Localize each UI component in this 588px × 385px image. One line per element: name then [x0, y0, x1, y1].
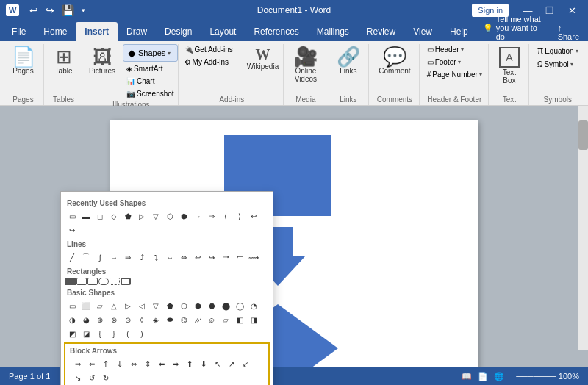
equation-button[interactable]: π Equation ▾ [534, 44, 582, 57]
online-videos-button[interactable]: 🎥 OnlineVideos [290, 44, 322, 86]
shape-item[interactable]: ↻ [99, 371, 112, 384]
shape-item[interactable]: ⬢ [191, 299, 204, 312]
shape-item[interactable]: ➡ [169, 357, 182, 370]
tab-view[interactable]: View [404, 22, 441, 41]
tab-insert[interactable]: Insert [76, 22, 118, 41]
shape-item[interactable]: ⬜ [79, 299, 93, 312]
shape-item[interactable]: ↔ [163, 251, 176, 264]
undo-button[interactable]: ↩ [26, 3, 41, 18]
shapes-button[interactable]: ◆ Shapes ▾ [123, 44, 178, 62]
shape-item[interactable]: ↺ [85, 371, 98, 384]
shape-item[interactable]: ╱ [65, 251, 79, 264]
shape-item[interactable]: ◈ [149, 313, 162, 326]
tab-review[interactable]: Review [358, 22, 404, 41]
shape-item[interactable]: ↪ [65, 223, 79, 237]
shape-item[interactable]: ▽ [149, 299, 162, 312]
shape-item[interactable]: ⊙ [121, 313, 135, 326]
read-mode-icon[interactable]: 📖 [462, 372, 472, 381]
pictures-button[interactable]: 🖼 Pictures [85, 44, 120, 78]
shape-item[interactable]: ◔ [247, 299, 260, 312]
vertical-scrollbar[interactable] [578, 106, 588, 350]
shape-item[interactable]: ⇓ [113, 357, 126, 370]
shape-item[interactable]: → [191, 209, 204, 223]
shape-item[interactable]: ◯ [233, 299, 246, 312]
shape-item[interactable]: ⬟ [163, 299, 176, 312]
shape-item[interactable]: ⬇ [197, 357, 210, 370]
shape-item[interactable]: ◕ [79, 313, 93, 326]
shape-item[interactable]: ⬤ [219, 299, 232, 312]
shape-item[interactable]: ▭ [65, 209, 79, 223]
print-layout-icon[interactable]: 📄 [478, 372, 488, 381]
shape-item[interactable]: ◇ [107, 209, 121, 223]
shape-item[interactable]: } [107, 327, 121, 340]
shape-item[interactable]: ◁ [135, 299, 148, 312]
shape-item[interactable]: ↘ [71, 371, 85, 384]
shape-item[interactable]: ⇒ [121, 251, 135, 264]
shape-item[interactable] [121, 278, 131, 285]
close-button[interactable]: ✕ [562, 0, 582, 21]
header-button[interactable]: ▭ Header ▾ [423, 44, 486, 55]
text-box-button[interactable]: A TextBox [495, 44, 524, 87]
footer-button[interactable]: ▭ Footer ▾ [423, 57, 486, 68]
shape-item[interactable]: ↪ [205, 251, 218, 264]
shape-item[interactable]: ⟿ [247, 251, 260, 264]
shape-item[interactable]: ⭠ [233, 251, 246, 264]
shape-item[interactable]: ◪ [79, 327, 93, 340]
shape-item[interactable]: △ [107, 299, 121, 312]
shape-item[interactable]: ⊕ [93, 313, 107, 326]
save-button[interactable]: 💾 [59, 3, 77, 18]
shape-item[interactable]: ⇒ [205, 209, 218, 223]
shape-item[interactable]: ◩ [65, 327, 79, 340]
smartart-button[interactable]: ◈ SmartArt [123, 63, 178, 74]
shape-item[interactable]: ⬟ [121, 209, 135, 223]
shape-item[interactable]: ⇑ [99, 357, 112, 370]
shape-item[interactable]: ⇔ [127, 357, 140, 370]
shape-item[interactable]: ⇐ [85, 357, 98, 370]
shape-item[interactable] [87, 278, 98, 285]
shape-item[interactable]: ◧ [233, 313, 246, 326]
shape-item[interactable]: ↩ [191, 251, 204, 264]
shape-item[interactable]: ⬣ [205, 299, 218, 312]
shape-item[interactable]: ▭ [65, 299, 79, 312]
shape-item[interactable]: ⊗ [107, 313, 121, 326]
web-layout-icon[interactable]: 🌐 [494, 372, 504, 381]
shape-item[interactable]: ∫ [93, 251, 107, 264]
shape-item[interactable]: { [93, 327, 107, 340]
shape-item[interactable]: ◨ [247, 313, 260, 326]
quick-access-dropdown[interactable]: ▾ [79, 5, 88, 15]
shape-item[interactable]: → [107, 251, 121, 264]
tell-me-box[interactable]: 💡 Tell me what you want to do [477, 15, 552, 41]
symbol-button[interactable]: Ω Symbol ▾ [534, 59, 582, 70]
shape-item[interactable]: ↙ [239, 357, 252, 370]
shape-item[interactable]: ⟨ [219, 209, 232, 223]
tab-help[interactable]: Help [441, 22, 477, 41]
shape-item[interactable]: ( [121, 327, 135, 340]
shape-item[interactable]: ⌒ [79, 251, 93, 264]
shape-item[interactable]: ⌬ [177, 313, 190, 326]
tab-mailings[interactable]: Mailings [308, 22, 358, 41]
shape-item[interactable]: ⇔ [177, 251, 190, 264]
shape-item[interactable]: ⤵ [149, 251, 162, 264]
shape-item[interactable]: ⇒ [71, 357, 85, 370]
tab-design[interactable]: Design [156, 22, 201, 41]
tab-draw[interactable]: Draw [118, 22, 156, 41]
shape-item[interactable]: ⌭ [191, 313, 204, 326]
comment-button[interactable]: 💬 Comment [374, 44, 415, 78]
shapes-dropdown-panel[interactable]: Recently Used Shapes ▭ ▬ ◻ ◇ ⬟ ▷ ▽ ⬡ ⬢ →… [60, 191, 273, 385]
shape-item[interactable]: ▷ [121, 299, 135, 312]
screenshot-button[interactable]: 📷 Screenshot [123, 88, 178, 99]
shape-item[interactable]: ⤴ [135, 251, 148, 264]
tab-references[interactable]: References [245, 22, 307, 41]
page-number-button[interactable]: # Page Number ▾ [423, 69, 486, 80]
shape-item[interactable]: ↖ [211, 357, 224, 370]
shape-item[interactable]: ⏥ [219, 313, 232, 326]
shape-item[interactable]: ▷ [135, 209, 148, 223]
shape-item[interactable]: ◑ [65, 313, 79, 326]
table-button[interactable]: ⊞ Table [51, 44, 77, 78]
links-button[interactable]: 🔗 Links [332, 44, 365, 78]
shape-item[interactable] [98, 278, 109, 285]
shape-item[interactable]: ⟩ [233, 209, 246, 223]
shape-item[interactable] [76, 278, 87, 285]
shape-item[interactable]: ⬡ [163, 209, 176, 223]
shape-item[interactable]: ⇕ [141, 357, 154, 370]
